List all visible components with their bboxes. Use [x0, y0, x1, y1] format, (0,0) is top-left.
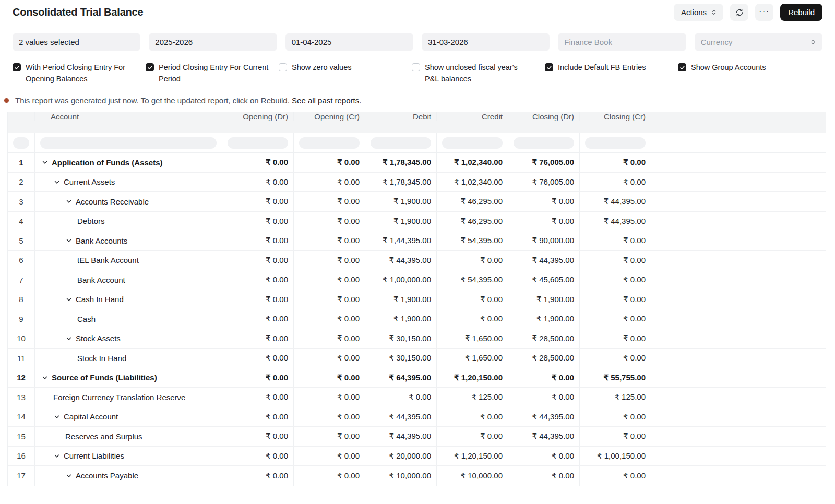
rebuild-button[interactable]: Rebuild [780, 4, 822, 21]
table-row[interactable]: 14 Capital Account ₹ 0.00₹ 0.00₹ 44,395.… [8, 407, 826, 427]
account-cell[interactable]: Cash In Hand [35, 290, 222, 309]
row-number: 13 [8, 388, 35, 407]
value-cell: ₹ 0.00 [222, 447, 294, 466]
refresh-button[interactable] [730, 4, 748, 21]
chevron-down-icon[interactable] [65, 335, 76, 342]
chevron-down-icon[interactable] [53, 452, 64, 460]
chevron-down-icon[interactable] [41, 159, 52, 166]
filter-checkbox[interactable]: Show unclosed fiscal year's P&L balances [412, 62, 545, 85]
past-reports-link[interactable]: See all past reports. [292, 96, 361, 105]
table-row[interactable]: 8 Cash In Hand ₹ 0.00₹ 0.00₹ 1,900.00₹ 0… [8, 290, 826, 310]
finance-book-filter[interactable]: Finance Book [558, 33, 686, 51]
column-header-closing-cr-[interactable]: Closing (Cr) [580, 112, 651, 121]
table-row[interactable]: 10 Stock Assets ₹ 0.00₹ 0.00₹ 30,150.00₹… [8, 329, 826, 349]
value-cell: ₹ 0.00 [437, 290, 508, 309]
column-filter-cell [222, 133, 294, 152]
value-cell: ₹ 1,02,340.00 [437, 153, 508, 172]
account-cell[interactable]: Foreign Currency Translation Reserve [35, 388, 222, 407]
chevron-down-icon[interactable] [65, 237, 76, 244]
filter-checkbox[interactable]: Period Closing Entry For Current Period [146, 62, 279, 85]
account-cell[interactable]: Cash [35, 309, 222, 329]
column-filter-input[interactable] [299, 137, 360, 149]
table-row[interactable]: 5 Bank Accounts ₹ 0.00₹ 0.00₹ 1,44,395.0… [8, 231, 826, 251]
table-row[interactable]: 2 Current Assets ₹ 0.00₹ 0.00₹ 1,78,345.… [8, 173, 826, 193]
checkbox-box[interactable] [146, 63, 154, 71]
checkbox-box[interactable] [545, 63, 553, 71]
account-cell[interactable]: Accounts Receivable [35, 192, 222, 211]
checkbox-box[interactable] [279, 63, 287, 71]
column-filter-input[interactable] [13, 137, 29, 149]
value-cell: ₹ 30,150.00 [365, 329, 437, 349]
account-cell[interactable]: Capital Account [35, 407, 222, 427]
table-row[interactable]: 17 Accounts Payable ₹ 0.00₹ 0.00₹ 10,000… [8, 466, 826, 486]
column-header-closing-dr-[interactable]: Closing (Dr) [508, 112, 580, 121]
checkbox-box[interactable] [412, 63, 420, 71]
table-row[interactable]: 12 Source of Funds (Liabilities) ₹ 0.00₹… [8, 368, 826, 388]
column-header-opening-dr-[interactable]: Opening (Dr) [222, 112, 294, 121]
filter-checkbox[interactable]: With Period Closing Entry For Opening Ba… [13, 62, 146, 85]
account-cell[interactable]: Stock In Hand [35, 349, 222, 368]
column-header-credit[interactable]: Credit [437, 112, 508, 121]
checkbox-box[interactable] [13, 63, 21, 71]
table-row[interactable]: 11 Stock In Hand ₹ 0.00₹ 0.00₹ 30,150.00… [8, 349, 826, 368]
to-date-filter[interactable]: 31-03-2026 [422, 33, 550, 51]
currency-select[interactable]: Currency [695, 33, 822, 51]
chevron-down-icon[interactable] [65, 296, 76, 303]
table-row[interactable]: 16 Current Liabilities ₹ 0.00₹ 0.00₹ 20,… [8, 447, 826, 466]
table-row[interactable]: 1 Application of Funds (Assets) ₹ 0.00₹ … [8, 153, 826, 173]
filter-bar: 2 values selected 2025-2026 01-04-2025 3… [0, 25, 835, 51]
account-cell[interactable]: Bank Accounts [35, 231, 222, 250]
fiscal-year-filter[interactable]: 2025-2026 [149, 33, 277, 51]
value-cell: ₹ 0.00 [580, 270, 651, 290]
table-row[interactable]: 15 Reserves and Surplus ₹ 0.00₹ 0.00₹ 44… [8, 427, 826, 447]
company-filter[interactable]: 2 values selected [13, 33, 140, 51]
actions-button[interactable]: Actions [674, 4, 723, 21]
checkbox-box[interactable] [678, 63, 686, 71]
account-cell[interactable]: Stock Assets [35, 329, 222, 349]
filter-checkbox[interactable]: Include Default FB Entries [545, 62, 678, 85]
value-cell: ₹ 1,900.00 [365, 309, 437, 329]
column-filter-input[interactable] [40, 137, 217, 149]
chevron-down-icon[interactable] [53, 413, 64, 421]
account-cell[interactable]: Current Liabilities [35, 447, 222, 466]
filter-checkbox[interactable]: Show Group Accounts [678, 62, 811, 85]
value-cell: ₹ 1,78,345.00 [365, 153, 437, 172]
column-header-opening-cr-[interactable]: Opening (Cr) [294, 112, 365, 121]
value-cell: ₹ 0.00 [580, 251, 651, 270]
chevron-down-icon[interactable] [65, 472, 76, 479]
column-filter-input[interactable] [585, 137, 646, 149]
table-row[interactable]: 7 Bank Account ₹ 0.00₹ 0.00₹ 1,00,000.00… [8, 270, 826, 290]
column-filter-input[interactable] [442, 137, 503, 149]
chevron-down-icon[interactable] [65, 198, 76, 205]
column-filter-input[interactable] [371, 137, 431, 149]
account-cell[interactable]: Accounts Payable [35, 466, 222, 486]
table-row[interactable]: 3 Accounts Receivable ₹ 0.00₹ 0.00₹ 1,90… [8, 192, 826, 212]
table-row[interactable]: 13 Foreign Currency Translation Reserve … [8, 388, 826, 407]
column-header-account[interactable]: Account [35, 112, 222, 121]
row-number: 7 [8, 270, 35, 290]
chevron-down-icon[interactable] [41, 374, 52, 381]
column-header-debit[interactable]: Debit [365, 112, 437, 121]
value-cell: ₹ 0.00 [222, 192, 294, 211]
column-filter-input[interactable] [228, 137, 288, 149]
value-cell: ₹ 54,395.00 [437, 231, 508, 250]
value-cell: ₹ 44,395.00 [508, 407, 580, 427]
account-cell[interactable]: Current Assets [35, 173, 222, 192]
table-row[interactable]: 6 tEL Bank Account ₹ 0.00₹ 0.00₹ 44,395.… [8, 251, 826, 271]
table-row[interactable]: 9 Cash ₹ 0.00₹ 0.00₹ 1,900.00₹ 0.00₹ 1,9… [8, 309, 826, 329]
account-cell[interactable]: tEL Bank Account [35, 251, 222, 270]
account-cell[interactable]: Debtors [35, 212, 222, 231]
from-date-filter[interactable]: 01-04-2025 [285, 33, 413, 51]
account-cell[interactable]: Source of Funds (Liabilities) [35, 368, 222, 388]
table-row[interactable]: 4 Debtors ₹ 0.00₹ 0.00₹ 1,900.00₹ 46,295… [8, 212, 826, 232]
account-cell[interactable]: Application of Funds (Assets) [35, 153, 222, 172]
value-cell: ₹ 0.00 [222, 309, 294, 329]
account-cell[interactable]: Reserves and Surplus [35, 427, 222, 446]
column-filter-input[interactable] [514, 137, 574, 149]
value-cell: ₹ 0.00 [580, 466, 651, 486]
menu-button[interactable]: ··· [755, 4, 773, 21]
filter-checkbox[interactable]: Show zero values [279, 62, 412, 85]
account-cell[interactable]: Bank Account [35, 270, 222, 290]
value-cell: ₹ 0.00 [222, 407, 294, 427]
chevron-down-icon[interactable] [53, 178, 64, 186]
